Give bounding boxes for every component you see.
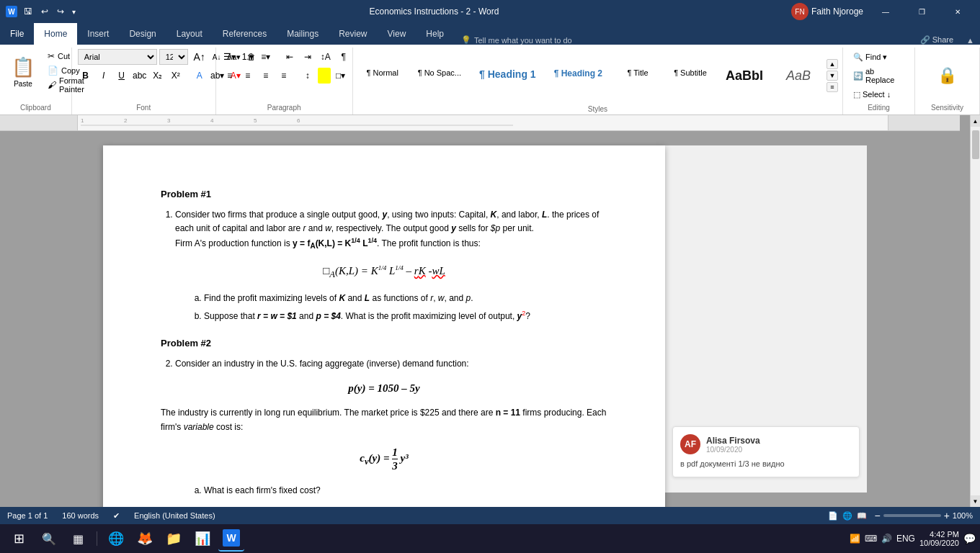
ie-btn[interactable]: 🌐	[103, 526, 129, 552]
quick-undo[interactable]: ↩	[39, 5, 50, 18]
style-title-label: ¶ Title	[627, 68, 648, 77]
tab-file[interactable]: File	[0, 23, 34, 45]
tab-design[interactable]: Design	[119, 23, 166, 45]
tab-help[interactable]: Help	[416, 23, 454, 45]
decrease-indent-btn[interactable]: ⇤	[282, 49, 298, 65]
styles-group: ¶ Normal ¶ No Spac... ¶ Heading 1 ¶ Head…	[353, 48, 843, 114]
problem1-heading: Problem #1	[161, 189, 607, 199]
excel-btn[interactable]: 📊	[190, 526, 215, 552]
zoom-out-btn[interactable]: −	[874, 510, 880, 521]
formula3-block: cv(y) = 13 y³	[161, 446, 607, 472]
style-bigname[interactable]: AaBbI	[718, 65, 771, 87]
document-page[interactable]: Problem #1 Consider two firms that produ…	[103, 145, 665, 507]
grow-font-btn[interactable]: A↑	[192, 49, 208, 65]
word-btn[interactable]: W	[218, 526, 244, 552]
paste-label: Paste	[14, 80, 32, 88]
para-content: ☰▾ 1.▾ ≡▾ ⇤ ⇥ ↕A ¶ ≡ ≡ ≡ ≡ ↕	[222, 49, 347, 102]
increase-indent-btn[interactable]: ⇥	[300, 49, 316, 65]
scroll-up-btn[interactable]: ▲	[971, 115, 980, 127]
web-layout-btn[interactable]: 🌐	[842, 511, 852, 521]
document-area: 1 2 3 4 5 6 Problem #1 Consider two fi	[0, 115, 970, 507]
tab-view[interactable]: View	[378, 23, 416, 45]
align-left-btn[interactable]: ≡	[222, 68, 238, 84]
clipboard-group-label: Clipboard	[6, 102, 66, 113]
align-center-btn[interactable]: ≡	[240, 68, 256, 84]
replace-btn[interactable]: 🔄 ab Replace	[849, 68, 909, 84]
bold-btn[interactable]: B	[78, 68, 94, 84]
svg-text:6: 6	[297, 117, 300, 124]
font-size-select[interactable]: 12	[159, 49, 188, 65]
bullets-btn[interactable]: ☰▾	[222, 49, 238, 65]
border-btn[interactable]: □▾	[333, 68, 349, 84]
numbering-btn[interactable]: 1.▾	[240, 49, 256, 65]
justify-btn[interactable]: ≡	[276, 68, 292, 84]
quick-save[interactable]: 🖫	[22, 5, 35, 18]
scroll-down-btn[interactable]: ▼	[971, 495, 980, 507]
page-count: Page 1 of 1	[7, 511, 48, 520]
restore-btn[interactable]: ❒	[905, 0, 938, 23]
scroll-track[interactable]	[971, 127, 980, 495]
window-controls[interactable]: — ❒ ✕	[869, 0, 974, 23]
multilevel-btn[interactable]: ≡▾	[258, 49, 274, 65]
line-spacing-btn[interactable]: ↕	[300, 68, 316, 84]
font-name-select[interactable]: Arial	[78, 49, 157, 65]
paste-icon: 📋	[12, 56, 35, 78]
tab-home[interactable]: Home	[34, 23, 77, 45]
text-effects-btn[interactable]: A	[192, 68, 208, 84]
style-bigitalic[interactable]: AaB	[773, 65, 824, 87]
show-marks-btn[interactable]: ¶	[336, 49, 352, 65]
comment-avatar: AF	[680, 434, 700, 454]
problem2-item1: Consider an industry in the U.S. facing …	[175, 357, 607, 371]
time-display: 4:42 PM	[930, 530, 959, 539]
read-mode-btn[interactable]: 📖	[857, 511, 867, 521]
minimize-btn[interactable]: —	[869, 0, 902, 23]
tab-references[interactable]: References	[213, 23, 277, 45]
tab-mailings[interactable]: Mailings	[277, 23, 329, 45]
subscript-btn[interactable]: X₂	[150, 68, 166, 84]
quick-redo[interactable]: ↪	[55, 5, 66, 18]
align-right-btn[interactable]: ≡	[258, 68, 274, 84]
firefox-btn[interactable]: 🦊	[132, 526, 158, 552]
taskbar-divider1	[97, 531, 97, 546]
zoom-slider[interactable]	[883, 514, 941, 517]
find-btn[interactable]: 🔍 Find ▾	[849, 49, 891, 65]
ruler-margin-right	[888, 115, 960, 130]
sort-btn[interactable]: ↕A	[318, 49, 334, 65]
ribbon-collapse[interactable]: ▲	[961, 36, 980, 45]
tab-layout[interactable]: Layout	[166, 23, 213, 45]
notification-btn[interactable]: 💬	[963, 533, 976, 544]
problem1-subb-text: Suppose that r = w = $1 and p = $4. What…	[204, 311, 530, 321]
strikethrough-btn[interactable]: abc	[132, 68, 148, 84]
underline-btn[interactable]: U	[114, 68, 130, 84]
search-btn[interactable]: 🔍	[36, 526, 62, 552]
shading-btn[interactable]	[318, 68, 331, 84]
select-btn[interactable]: ⬚ Select ↓	[849, 86, 895, 102]
folder-btn[interactable]: 📁	[161, 526, 187, 552]
tell-me[interactable]: 💡 Tell me what you want to do	[454, 35, 579, 45]
formula3: cv(y) = 13 y³	[360, 452, 408, 464]
style-normal[interactable]: ¶ Normal	[357, 65, 408, 87]
styles-scroll-up[interactable]: ▲	[827, 59, 838, 69]
styles-expand[interactable]: ≡	[827, 82, 838, 92]
scroll-handle[interactable]	[972, 130, 979, 159]
paste-button[interactable]: 📋 Paste	[6, 49, 40, 95]
tab-review[interactable]: Review	[329, 23, 377, 45]
share-btn[interactable]: 🔗 Share	[920, 35, 961, 45]
styles-scroll-down[interactable]: ▼	[827, 71, 838, 81]
tab-insert[interactable]: Insert	[77, 23, 119, 45]
taskview-btn[interactable]: ▦	[65, 526, 91, 552]
style-title[interactable]: ¶ Title	[612, 65, 663, 87]
quick-customize[interactable]: ▾	[71, 6, 77, 17]
print-layout-btn[interactable]: 📄	[828, 511, 838, 521]
style-h2[interactable]: ¶ Heading 2	[546, 65, 610, 87]
italic-btn[interactable]: I	[96, 68, 112, 84]
style-h1[interactable]: ¶ Heading 1	[471, 65, 544, 87]
superscript-btn[interactable]: X²	[168, 68, 184, 84]
word-icon-taskbar: W	[223, 529, 240, 547]
style-nospace[interactable]: ¶ No Spac...	[410, 65, 469, 87]
problem1-subb: Suppose that r = w = $1 and p = $4. What…	[204, 308, 607, 323]
style-subtitle[interactable]: ¶ Subtitle	[665, 65, 716, 87]
close-btn[interactable]: ✕	[941, 0, 974, 23]
zoom-in-btn[interactable]: +	[944, 510, 950, 521]
start-btn[interactable]: ⊞	[4, 524, 33, 553]
